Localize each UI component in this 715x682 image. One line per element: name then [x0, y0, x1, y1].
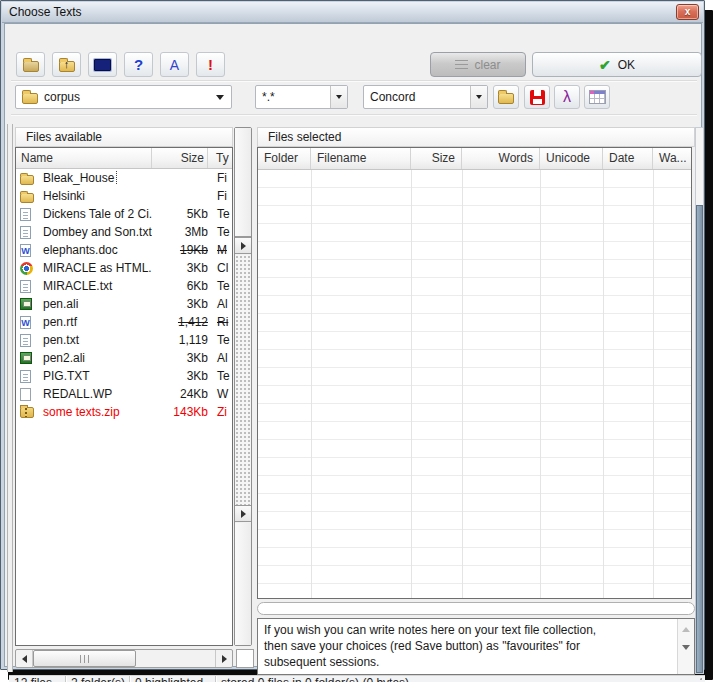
filespec-combo[interactable]: *.* [255, 85, 348, 109]
file-name: REDALL.WP [41, 387, 152, 401]
file-name: pen.rtf [41, 315, 152, 329]
files-selected-caption: Files selected [257, 127, 695, 147]
lambda-icon: λ [563, 90, 571, 104]
files-available-caption: Files available [15, 127, 233, 147]
move-files-splitter[interactable] [234, 127, 252, 646]
browse-folder-button[interactable] [493, 85, 519, 109]
favourites-button[interactable]: λ [554, 85, 580, 109]
files-selected-grid[interactable]: Folder Filename Size Words Unicode Date … [257, 147, 692, 599]
display-button[interactable] [88, 52, 117, 77]
font-icon: A [170, 57, 179, 73]
tool-combo[interactable]: Concord [363, 85, 488, 109]
file-row[interactable]: Dombey and Son.txt3MbTe [16, 223, 232, 241]
alert-button[interactable]: ! [196, 52, 225, 77]
column-header-filename[interactable]: Filename [311, 148, 411, 169]
file-row[interactable]: pen.ali3KbAl [16, 295, 232, 313]
file-row[interactable]: PIG.TXT3KbTe [16, 367, 232, 385]
column-header-name[interactable]: Name [16, 148, 152, 168]
text-icon [20, 226, 31, 239]
right-vertical-scrollbar[interactable] [695, 127, 704, 674]
ok-button[interactable]: ✔ OK [532, 52, 702, 77]
word-icon [20, 316, 31, 329]
scrollbar-thumb[interactable] [696, 205, 703, 673]
chevron-down-icon [476, 95, 482, 99]
file-size: 1,412 [152, 315, 208, 329]
save-favourites-button[interactable] [524, 85, 550, 109]
files-horizontal-scrollbar[interactable] [15, 649, 233, 668]
status-stored: stored 0 files in 0 folder(s) (0 bytes) [216, 676, 705, 682]
status-bar: 12 files 2 folder(s) 0 highlighted store… [9, 675, 705, 682]
notes-scrollbar[interactable] [677, 619, 694, 674]
save-icon [530, 90, 545, 105]
scroll-up-icon[interactable] [682, 627, 690, 632]
file-size: 143Kb [152, 405, 208, 419]
file-name: PIG.TXT [41, 369, 152, 383]
file-row[interactable]: MIRACLE as HTML....3KbCl [16, 259, 232, 277]
file-row[interactable]: Dickens Tale of 2 Ci...5KbTe [16, 205, 232, 223]
files-selected-header[interactable]: Folder Filename Size Words Unicode Date … [258, 148, 691, 170]
client-area: ↑ ? A ! clear ✔ OK corpus *.* [4, 23, 702, 667]
column-header-unicode[interactable]: Unicode [540, 148, 603, 169]
file-row[interactable]: some texts.zip143KbZi [16, 403, 232, 421]
hscroll-thumb[interactable] [33, 650, 136, 667]
move-right-bottom-button[interactable] [235, 505, 251, 522]
notes-text[interactable]: If you wish you can write notes here on … [258, 619, 677, 674]
close-icon[interactable]: x [676, 4, 699, 20]
file-row[interactable]: pen2.ali3KbAl [16, 349, 232, 367]
scroll-down-icon[interactable] [682, 645, 690, 650]
filespec-combo-dropdown-button[interactable] [330, 86, 347, 108]
chrome-file-icon [20, 262, 41, 275]
clear-button[interactable]: clear [430, 52, 526, 77]
status-folders: 2 folder(s) [66, 676, 130, 682]
calculator-button[interactable] [584, 85, 610, 109]
file-row[interactable]: pen.txt1,119Te [16, 331, 232, 349]
column-header-wait[interactable]: Wa... [653, 148, 691, 169]
grid-line [462, 170, 463, 598]
column-header-size[interactable]: Size [411, 148, 462, 169]
folder-combo[interactable]: corpus [15, 85, 232, 109]
left-splitter[interactable] [7, 124, 13, 672]
filespec-combo-value: *.* [256, 90, 330, 104]
column-header-words[interactable]: Words [462, 148, 540, 169]
title-bar[interactable]: Choose Texts [2, 2, 703, 23]
tool-combo-dropdown-button[interactable] [470, 86, 487, 108]
splitter-track[interactable] [235, 255, 251, 505]
column-header-size[interactable]: Size [152, 148, 208, 168]
file-row[interactable]: Bleak_HouseFi [16, 169, 232, 187]
splitter-lower-track[interactable] [235, 523, 251, 645]
notes-box[interactable]: If you wish you can write notes here on … [257, 618, 695, 675]
help-button[interactable]: ? [124, 52, 153, 77]
scroll-left-button[interactable] [16, 650, 33, 667]
font-button[interactable]: A [160, 52, 189, 77]
ali-file-icon [20, 298, 41, 310]
up-folder-button[interactable]: ↑ [52, 52, 81, 77]
files-selected-body[interactable] [258, 170, 691, 598]
file-type: M [208, 243, 232, 257]
file-row[interactable]: pen.rtf1,412Ri [16, 313, 232, 331]
move-right-top-button[interactable] [235, 237, 251, 254]
open-folder-button[interactable] [16, 52, 45, 77]
text-file-icon [20, 334, 41, 347]
file-row[interactable]: REDALL.WP24KbW [16, 385, 232, 403]
scroll-right-button[interactable] [215, 650, 232, 667]
column-header-type[interactable]: Ty [208, 148, 232, 168]
file-row[interactable]: MIRACLE.txt6KbTe [16, 277, 232, 295]
arrow-right-icon [241, 242, 246, 250]
files-selected-label: Files selected [268, 130, 341, 144]
column-header-folder[interactable]: Folder [258, 148, 311, 169]
files-available-list[interactable]: Name Size Ty Bleak_HouseFiHelsinkiFiDick… [15, 147, 233, 646]
text-file-icon [20, 280, 41, 293]
file-name: some texts.zip [41, 405, 152, 419]
splitter-thumb[interactable] [235, 128, 251, 237]
file-type: Te [208, 369, 232, 383]
column-header-date[interactable]: Date [603, 148, 653, 169]
grid-line [603, 170, 604, 598]
arrow-right-icon [222, 655, 227, 663]
folder-icon [20, 193, 34, 203]
file-row[interactable]: HelsinkiFi [16, 187, 232, 205]
files-available-header[interactable]: Name Size Ty [16, 148, 232, 169]
chevron-down-icon [216, 95, 224, 100]
file-row[interactable]: elephants.doc19KbM [16, 241, 232, 259]
file-size: 3Kb [152, 369, 208, 383]
folder-file-icon [20, 190, 41, 203]
